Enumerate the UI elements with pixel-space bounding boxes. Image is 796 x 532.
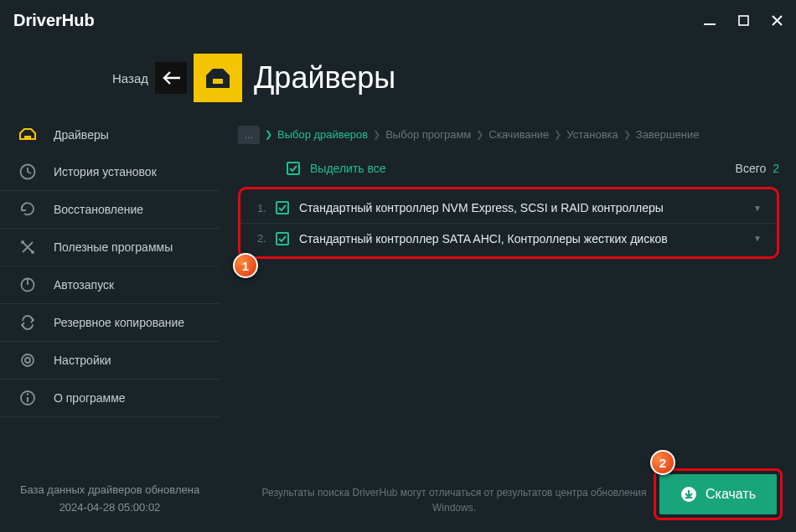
maximize-icon[interactable] <box>737 14 749 26</box>
window-controls <box>704 14 783 26</box>
clock-icon <box>18 163 37 181</box>
svg-point-16 <box>27 393 28 395</box>
svg-rect-1 <box>739 16 748 25</box>
annotation-callout-1: 1 <box>233 253 258 278</box>
download-highlight: Скачать <box>654 468 783 520</box>
info-icon <box>18 389 37 407</box>
select-all-checkbox[interactable] <box>287 162 300 175</box>
chevron-down-icon[interactable]: ▼ <box>753 204 762 213</box>
breadcrumb-step[interactable]: Установка <box>566 128 618 141</box>
annotation-callout-2: 2 <box>650 450 675 475</box>
gear-icon <box>18 351 37 369</box>
total-text: Всего <box>736 162 767 175</box>
sidebar-item-restore[interactable]: Восстановление <box>0 191 220 229</box>
sidebar-footer: База данных драйверов обновлена 2024-04-… <box>0 467 220 532</box>
svg-point-12 <box>22 354 34 366</box>
chevron-right-icon: ❯ <box>373 129 380 140</box>
titlebar: DriverHub <box>0 0 796 40</box>
total-label: Всего 2 <box>736 162 779 175</box>
breadcrumb-step[interactable]: Выбор программ <box>385 128 471 141</box>
svg-point-13 <box>25 358 30 363</box>
chevron-right-icon: ❯ <box>623 129 631 140</box>
sidebar-item-label: Резервное копирование <box>54 316 184 329</box>
sidebar-item-label: История установок <box>54 165 157 178</box>
inbox-icon <box>18 126 37 144</box>
breadcrumb-step[interactable]: Скачивание <box>488 128 549 141</box>
sidebar-item-settings[interactable]: Настройки <box>0 342 220 380</box>
driver-checkbox[interactable] <box>276 201 289 214</box>
select-all-label[interactable]: Выделить все <box>310 162 386 175</box>
download-button[interactable]: Скачать <box>659 474 777 514</box>
driver-row[interactable]: 1. Стандартный контроллер NVM Express, S… <box>240 193 777 223</box>
sidebar-item-label: Восстановление <box>54 203 143 216</box>
sidebar-item-label: Автозапуск <box>54 278 114 292</box>
db-update-label: База данных драйверов обновлена <box>8 482 211 499</box>
driver-checkbox[interactable] <box>276 232 289 245</box>
tools-icon <box>18 238 37 256</box>
sidebar-item-utilities[interactable]: Полезные программы <box>0 229 220 266</box>
sync-icon <box>18 313 37 332</box>
power-icon <box>18 276 37 294</box>
driver-row[interactable]: 2. Стандартный контроллер SATA AHCI, Кон… <box>240 223 777 253</box>
drivers-page-icon <box>194 54 242 102</box>
sidebar-item-label: Настройки <box>54 354 111 367</box>
sidebar-item-about[interactable]: О программе <box>0 380 220 417</box>
svg-point-8 <box>21 240 24 244</box>
chevron-down-icon[interactable]: ▼ <box>753 234 762 243</box>
sidebar-item-backup[interactable]: Резервное копирование <box>0 304 220 342</box>
sidebar-item-label: Полезные программы <box>54 240 173 254</box>
svg-rect-6 <box>24 136 31 140</box>
chevron-right-icon: ❯ <box>476 129 483 140</box>
arrow-left-icon <box>162 70 180 85</box>
total-count: 2 <box>773 162 779 175</box>
sidebar-item-drivers[interactable]: Драйверы <box>0 116 220 153</box>
breadcrumb-step[interactable]: Выбор драйверов <box>277 128 368 141</box>
sidebar-item-history[interactable]: История установок <box>0 153 220 191</box>
chevron-right-icon: ❯ <box>554 129 561 140</box>
sidebar-item-autostart[interactable]: Автозапуск <box>0 266 220 304</box>
sidebar-item-label: Драйверы <box>54 128 109 142</box>
driver-name: Стандартный контроллер SATA AHCI, Контро… <box>299 232 668 245</box>
back-label[interactable]: Назад <box>112 71 148 85</box>
db-update-date: 2024-04-28 05:00:02 <box>8 499 211 517</box>
drivers-list-highlight: 1. Стандартный контроллер NVM Express, S… <box>238 187 779 259</box>
driver-number: 2. <box>257 232 276 245</box>
sidebar-item-label: О программе <box>54 391 126 405</box>
close-icon[interactable] <box>771 14 783 26</box>
download-label: Скачать <box>706 487 756 502</box>
driver-name: Стандартный контроллер NVM Express, SCSI… <box>299 201 664 214</box>
app-logo: DriverHub <box>13 11 95 30</box>
page-header: Назад Драйверы <box>0 40 796 116</box>
driver-number: 1. <box>257 202 276 214</box>
sidebar: Драйверы История установок Восстановлени… <box>0 116 220 532</box>
download-icon <box>680 486 697 503</box>
select-all-row: Выделить все Всего 2 <box>238 153 779 183</box>
restore-icon <box>18 200 37 219</box>
breadcrumb-more[interactable]: … <box>238 126 260 144</box>
svg-rect-5 <box>206 84 230 88</box>
svg-point-9 <box>31 251 34 254</box>
minimize-icon[interactable] <box>704 14 716 26</box>
breadcrumb: … ❯ Выбор драйверов ❯ Выбор программ ❯ С… <box>238 116 779 153</box>
breadcrumb-step[interactable]: Завершение <box>636 128 700 141</box>
back-button[interactable] <box>155 62 187 94</box>
page-title: Драйверы <box>254 60 395 96</box>
chevron-right-icon: ❯ <box>265 129 272 140</box>
